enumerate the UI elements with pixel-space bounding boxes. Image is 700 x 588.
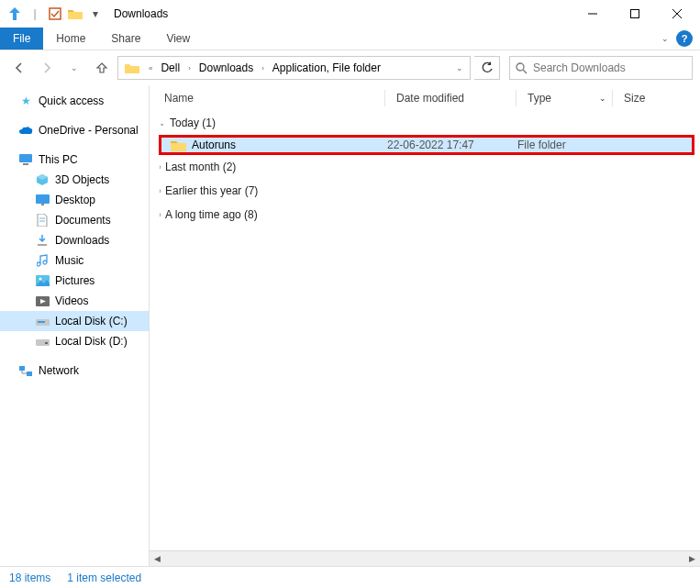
scroll-left-button[interactable]: ◀ [150, 551, 165, 567]
chevron-right-icon[interactable]: › [185, 64, 194, 72]
search-placeholder: Search Downloads [533, 61, 626, 74]
maximize-button[interactable] [614, 0, 656, 28]
document-icon [35, 213, 50, 227]
file-type: File folder [517, 139, 628, 151]
file-name: Autoruns [192, 139, 236, 151]
refresh-button[interactable] [474, 56, 500, 80]
star-icon: ★ [18, 94, 33, 108]
file-row-autoruns[interactable]: Autoruns 22-06-2022 17:47 File folder [159, 135, 694, 155]
desktop-icon [35, 193, 50, 207]
navigation-pane: ★Quick access OneDrive - Personal This P… [0, 85, 150, 566]
share-tab[interactable]: Share [98, 28, 153, 50]
chevron-right-icon[interactable]: › [259, 64, 267, 72]
svg-rect-7 [19, 154, 32, 162]
quick-access-toolbar: | ▾ [2, 5, 108, 23]
title-bar: | ▾ Downloads [0, 0, 700, 28]
breadcrumb-item[interactable]: Application, File folder [269, 61, 384, 74]
group-last-month[interactable]: ›Last month (2) [150, 155, 700, 179]
cube-icon [35, 172, 50, 187]
svg-rect-9 [36, 194, 50, 204]
back-button[interactable] [7, 56, 31, 80]
navigation-bar: ⌄ « Dell › Downloads › Application, File… [0, 50, 700, 85]
app-icon [6, 5, 24, 23]
expand-icon[interactable]: › [159, 186, 161, 195]
ribbon-tabs: File Home Share View ⌄ ? [0, 28, 700, 50]
sidebar-item-videos[interactable]: Videos [0, 291, 149, 311]
group-today[interactable]: ⌄Today (1) [150, 111, 700, 135]
sort-indicator-icon: ⌄ [599, 94, 606, 103]
sidebar-item-pictures[interactable]: Pictures [0, 271, 149, 291]
svg-rect-21 [19, 366, 25, 371]
sidebar-item-local-disk-c[interactable]: Local Disk (C:) [0, 311, 149, 331]
svg-rect-20 [45, 342, 48, 344]
group-long-ago[interactable]: ›A long time ago (8) [150, 203, 700, 227]
sidebar-item-documents[interactable]: Documents [0, 210, 149, 230]
breadcrumb-item[interactable]: Downloads [195, 61, 257, 74]
selection-count: 1 item selected [67, 571, 141, 584]
file-list-pane: Name Date modified Type⌄ Size ⌄Today (1)… [150, 85, 700, 566]
column-type[interactable]: Type⌄ [517, 92, 612, 105]
download-icon [35, 233, 50, 248]
network-icon [18, 363, 33, 378]
expand-icon[interactable]: › [159, 162, 161, 172]
expand-icon[interactable]: › [159, 210, 161, 219]
svg-rect-2 [631, 10, 639, 18]
column-size[interactable]: Size [613, 92, 700, 105]
file-tab[interactable]: File [0, 28, 43, 50]
address-bar[interactable]: « Dell › Downloads › Application, File f… [117, 56, 471, 80]
folder-icon [171, 139, 186, 151]
svg-point-5 [517, 63, 524, 71]
content-area: ★Quick access OneDrive - Personal This P… [0, 85, 700, 566]
music-icon [35, 253, 50, 268]
svg-point-15 [39, 278, 41, 281]
pc-icon [18, 152, 33, 167]
folder-icon [66, 5, 84, 23]
up-button[interactable] [90, 56, 114, 80]
address-dropdown-icon[interactable]: ⌄ [451, 63, 468, 72]
qat-divider: | [26, 5, 44, 23]
svg-rect-22 [27, 372, 32, 376]
sidebar-item-downloads[interactable]: Downloads [0, 230, 149, 250]
item-count: 18 items [9, 571, 50, 584]
column-date[interactable]: Date modified [385, 92, 516, 105]
videos-icon [35, 294, 50, 308]
scroll-right-button[interactable]: ▶ [684, 551, 700, 567]
file-list[interactable]: ⌄Today (1) Autoruns 22-06-2022 17:47 Fil… [150, 111, 700, 550]
collapse-icon[interactable]: ⌄ [160, 118, 165, 128]
file-date: 22-06-2022 17:47 [387, 139, 517, 151]
ribbon-expand-icon[interactable]: ⌄ [661, 34, 669, 43]
view-tab[interactable]: View [153, 28, 203, 50]
group-earlier-year[interactable]: ›Earlier this year (7) [150, 179, 700, 203]
horizontal-scrollbar[interactable]: ◀ ▶ [150, 550, 700, 566]
drive-icon [35, 314, 50, 328]
column-name[interactable]: Name [150, 92, 384, 105]
close-button[interactable] [656, 0, 698, 28]
qat-overflow-icon[interactable]: ▾ [86, 5, 105, 23]
search-box[interactable]: Search Downloads [509, 56, 693, 80]
chevron-icon[interactable]: « [146, 64, 155, 72]
home-tab[interactable]: Home [43, 28, 98, 50]
sidebar-item-local-disk-d[interactable]: Local Disk (D:) [0, 331, 149, 351]
forward-button[interactable] [35, 56, 59, 80]
status-bar: 18 items 1 item selected [0, 566, 700, 588]
window-title: Downloads [114, 7, 168, 20]
properties-icon[interactable] [46, 5, 64, 23]
minimize-button[interactable] [572, 0, 614, 28]
sidebar-network[interactable]: Network [0, 361, 149, 381]
sidebar-quick-access[interactable]: ★Quick access [0, 91, 149, 111]
breadcrumb-item[interactable]: Dell [157, 61, 183, 74]
pictures-icon [35, 273, 50, 288]
sidebar-item-desktop[interactable]: Desktop [0, 190, 149, 210]
drive-icon [35, 334, 50, 349]
sidebar-item-3d-objects[interactable]: 3D Objects [0, 170, 149, 190]
svg-rect-0 [50, 8, 61, 19]
help-button[interactable]: ? [676, 30, 693, 47]
svg-rect-8 [23, 163, 28, 165]
sidebar-this-pc[interactable]: This PC [0, 150, 149, 170]
svg-rect-10 [41, 204, 44, 205]
recent-dropdown[interactable]: ⌄ [62, 56, 86, 80]
sidebar-item-music[interactable]: Music [0, 250, 149, 271]
cloud-icon [18, 123, 33, 138]
folder-small-icon [120, 61, 144, 74]
sidebar-onedrive[interactable]: OneDrive - Personal [0, 120, 149, 140]
